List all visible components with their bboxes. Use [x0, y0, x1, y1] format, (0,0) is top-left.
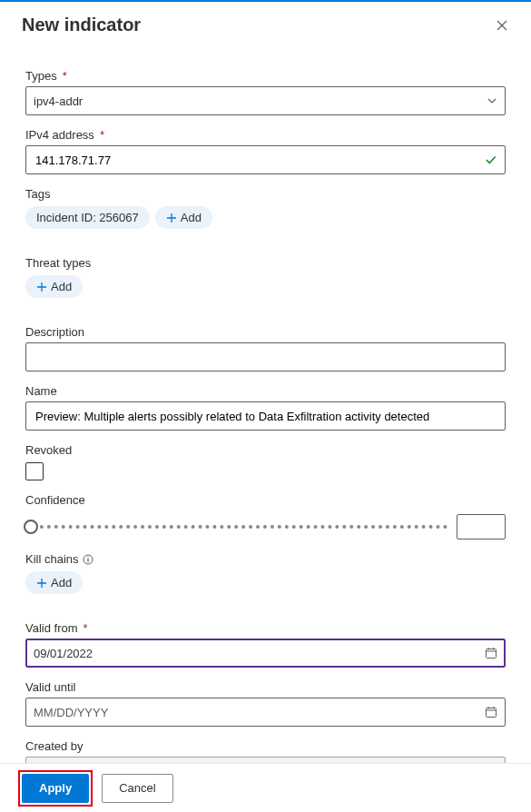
field-types: Types* ipv4-addr [25, 69, 506, 115]
field-kill-chains: Kill chains Add [25, 552, 506, 594]
ipv4-label: IPv4 address* [25, 128, 506, 142]
field-threat-types: Threat types Add [25, 256, 506, 298]
required-asterisk: * [100, 128, 104, 142]
calendar-icon[interactable] [485, 706, 497, 718]
field-revoked: Revoked [25, 443, 506, 480]
types-label-text: Types [25, 69, 57, 83]
field-name: Name [25, 384, 506, 431]
threat-types-add-button[interactable]: Add [25, 275, 83, 298]
revoked-checkbox[interactable] [25, 462, 44, 480]
confidence-value-input[interactable] [457, 514, 506, 540]
svg-rect-2 [87, 559, 88, 562]
confidence-label: Confidence [25, 493, 506, 507]
valid-until-label: Valid until [25, 680, 506, 694]
kill-chains-label-text: Kill chains [25, 552, 79, 566]
tags-add-label: Add [181, 211, 202, 224]
valid-until-input[interactable]: MM/DD/YYYY [25, 698, 506, 727]
threat-types-add-label: Add [51, 280, 72, 293]
info-icon[interactable] [83, 554, 93, 565]
description-input-wrapper [25, 342, 506, 371]
name-label: Name [25, 384, 506, 398]
valid-from-input[interactable]: 09/01/2022 [25, 639, 506, 668]
field-confidence: Confidence [25, 493, 506, 540]
panel-header: New indicator [0, 2, 531, 43]
confidence-slider-thumb[interactable] [24, 520, 38, 534]
plus-icon [166, 213, 177, 223]
panel-title: New indicator [22, 15, 141, 35]
tags-pill-row: Incident ID: 256067 Add [25, 206, 506, 229]
close-icon[interactable] [495, 18, 509, 33]
kill-chains-add-label: Add [51, 576, 72, 589]
footer: Apply Cancel [0, 763, 531, 812]
svg-rect-3 [487, 649, 497, 659]
kill-chains-pill-row: Add [25, 571, 506, 594]
field-tags: Tags Incident ID: 256067 Add [25, 187, 506, 229]
valid-from-value: 09/01/2022 [34, 647, 93, 660]
kill-chains-label: Kill chains [25, 552, 506, 566]
valid-from-label: Valid from* [25, 621, 506, 635]
form-scroll-area[interactable]: Types* ipv4-addr IPv4 address* Tags Inci… [0, 56, 531, 763]
types-label: Types* [25, 69, 506, 83]
ipv4-input-wrapper [25, 145, 506, 174]
valid-until-placeholder: MM/DD/YYYY [34, 706, 108, 719]
ipv4-label-text: IPv4 address [25, 128, 94, 142]
apply-button[interactable]: Apply [22, 774, 89, 803]
svg-point-1 [87, 556, 88, 557]
field-ipv4: IPv4 address* [25, 128, 506, 174]
required-asterisk: * [63, 69, 67, 83]
field-valid-until: Valid until MM/DD/YYYY [25, 680, 506, 727]
description-input[interactable] [34, 350, 497, 365]
svg-rect-7 [487, 708, 497, 718]
checkmark-icon [485, 153, 497, 166]
field-created-by: Created by gbarnes@contoso.com [25, 739, 506, 763]
revoked-label: Revoked [25, 443, 506, 457]
tags-label: Tags [25, 187, 506, 201]
created-by-label: Created by [25, 739, 506, 753]
threat-types-pill-row: Add [25, 275, 506, 298]
plus-icon [36, 578, 47, 589]
types-value: ipv4-addr [34, 94, 83, 108]
valid-from-label-text: Valid from [25, 621, 78, 635]
field-valid-from: Valid from* 09/01/2022 [25, 621, 506, 668]
name-input[interactable] [34, 409, 497, 424]
plus-icon [36, 282, 47, 292]
required-asterisk: * [84, 621, 88, 635]
description-label: Description [25, 325, 506, 339]
tag-pill[interactable]: Incident ID: 256067 [25, 206, 150, 229]
threat-types-label: Threat types [25, 256, 506, 270]
name-input-wrapper [25, 401, 506, 431]
kill-chains-add-button[interactable]: Add [25, 571, 83, 594]
tag-pill-text: Incident ID: 256067 [36, 211, 139, 224]
calendar-icon[interactable] [485, 647, 497, 659]
types-dropdown[interactable]: ipv4-addr [25, 86, 506, 115]
apply-highlight-frame: Apply [18, 770, 93, 807]
cancel-button[interactable]: Cancel [102, 774, 172, 803]
confidence-slider-row [25, 514, 506, 540]
confidence-slider[interactable] [25, 525, 447, 529]
ipv4-input[interactable] [34, 153, 485, 168]
field-description: Description [25, 325, 506, 371]
created-by-input: gbarnes@contoso.com [25, 757, 506, 763]
tags-add-button[interactable]: Add [155, 206, 212, 229]
chevron-down-icon [487, 95, 497, 106]
